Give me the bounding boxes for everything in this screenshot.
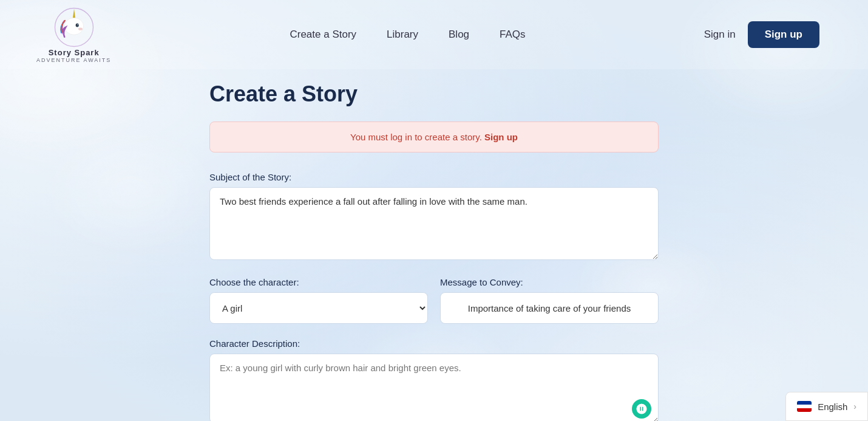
alert-banner: You must log in to create a story. Sign … <box>209 122 659 152</box>
message-input[interactable] <box>440 292 659 324</box>
alert-text: You must log in to create a story. <box>350 132 482 142</box>
subject-label: Subject of the Story: <box>209 172 659 182</box>
language-selector[interactable]: English › <box>785 392 868 421</box>
character-col: Choose the character: A girl A boy A rob… <box>209 277 428 324</box>
message-label: Message to Convey: <box>440 277 659 287</box>
logo[interactable]: Story Spark ADVENTURE AWAITS <box>36 6 111 63</box>
nav-library[interactable]: Library <box>387 29 418 41</box>
message-col: Message to Convey: <box>440 277 659 324</box>
site-header: Story Spark ADVENTURE AWAITS Create a St… <box>0 0 868 69</box>
main-content: Create a Story You must log in to create… <box>197 69 671 421</box>
brand-name: Story Spark <box>49 49 100 57</box>
subject-group: Subject of the Story: Two best friends e… <box>209 172 659 262</box>
svg-point-2 <box>75 23 78 27</box>
character-label: Choose the character: <box>209 277 428 287</box>
char-desc-group: Character Description: <box>209 338 659 421</box>
nav-faqs[interactable]: FAQs <box>500 29 526 41</box>
chevron-right-icon: › <box>853 402 856 411</box>
nav-create-story[interactable]: Create a Story <box>290 29 356 41</box>
language-label: English <box>818 402 847 412</box>
svg-point-1 <box>64 18 84 35</box>
grammarly-icon <box>636 403 648 415</box>
character-select[interactable]: A girl A boy A robot An animal <box>209 292 428 324</box>
character-message-row: Choose the character: A girl A boy A rob… <box>209 277 659 324</box>
svg-point-3 <box>77 24 78 25</box>
brand-tagline: ADVENTURE AWAITS <box>36 57 111 63</box>
subject-textarea[interactable]: Two best friends experience a fall out a… <box>209 187 659 260</box>
main-nav: Create a Story Library Blog FAQs <box>290 29 525 41</box>
nav-blog[interactable]: Blog <box>449 29 469 41</box>
char-desc-textarea[interactable] <box>209 354 659 421</box>
logo-icon <box>53 6 95 49</box>
header-actions: Sign in Sign up <box>704 21 819 48</box>
sign-up-button[interactable]: Sign up <box>748 21 819 48</box>
sign-in-button[interactable]: Sign in <box>704 29 736 41</box>
flag-icon <box>797 401 812 412</box>
char-desc-wrapper <box>209 354 659 421</box>
page-title: Create a Story <box>209 81 659 107</box>
alert-signup-link[interactable]: Sign up <box>484 132 518 142</box>
svg-point-4 <box>78 27 83 30</box>
char-desc-label: Character Description: <box>209 338 659 349</box>
